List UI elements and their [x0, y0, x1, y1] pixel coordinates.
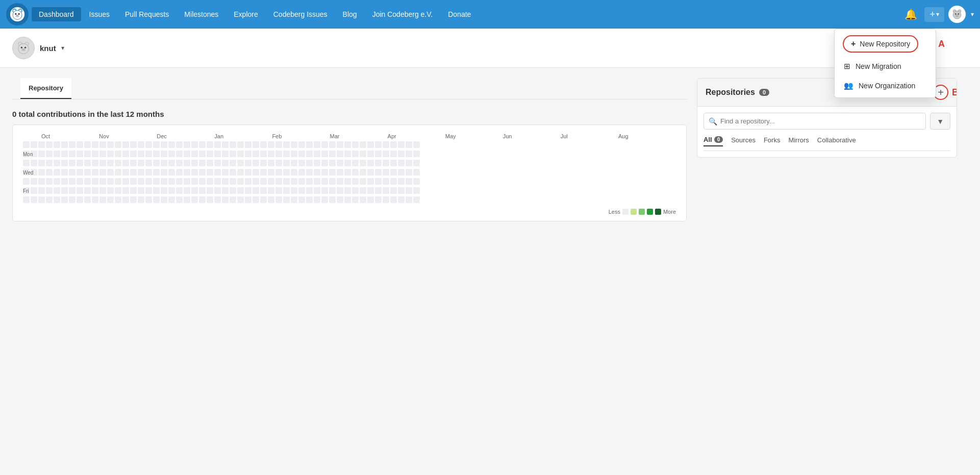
svg-point-18	[21, 46, 23, 48]
grid-cell	[153, 141, 160, 148]
grid-cell	[61, 178, 68, 185]
grid-cell	[191, 169, 198, 176]
nav-link-blog[interactable]: Blog	[336, 7, 364, 21]
new-item-dropdown: + New Repository A ⊞ New Migration 👥 New…	[834, 29, 936, 98]
grid-cell	[92, 169, 98, 176]
plus-repo-icon: +	[851, 39, 856, 48]
svg-point-6	[16, 15, 19, 17]
grid-cell	[230, 196, 236, 203]
grid-cell	[69, 141, 76, 148]
grid-cell	[306, 160, 313, 166]
svg-point-19	[24, 46, 27, 48]
grid-cell	[321, 178, 328, 185]
grid-cell	[61, 169, 68, 176]
user-avatar-nav[interactable]	[948, 6, 966, 23]
nav-link-donate[interactable]: Donate	[441, 7, 478, 21]
grid-cell	[207, 141, 213, 148]
nav-link-join[interactable]: Join Codeberg e.V.	[365, 7, 440, 21]
notifications-button[interactable]: 🔔	[901, 5, 920, 23]
grid-row-0	[23, 141, 420, 148]
user-avatar[interactable]	[12, 37, 35, 59]
grid-cell	[176, 187, 183, 194]
grid-cell	[230, 151, 236, 157]
nav-link-milestones[interactable]: Milestones	[177, 7, 225, 21]
grid-cell	[54, 187, 60, 194]
grid-cell	[84, 196, 91, 203]
grid-cell	[306, 169, 313, 176]
repo-tab-collaborative[interactable]: Collaborative	[817, 136, 856, 146]
grid-cell	[99, 169, 106, 176]
user-caret-icon[interactable]: ▾	[61, 44, 64, 52]
nav-link-explore[interactable]: Explore	[227, 7, 265, 21]
grid-cell	[153, 196, 160, 203]
nav-link-pullrequests[interactable]: Pull Requests	[118, 7, 176, 21]
grid-cell	[275, 160, 282, 166]
nav-link-dashboard[interactable]: Dashboard	[32, 7, 81, 21]
grid-cell	[92, 160, 98, 166]
navbar-links: Dashboard Issues Pull Requests Milestone…	[32, 7, 901, 21]
repo-filter-button[interactable]: ▼	[930, 113, 950, 130]
new-organization-item[interactable]: 👥 New Organization	[835, 76, 936, 95]
grid-cell	[38, 141, 45, 148]
grid-cell	[413, 187, 420, 194]
repo-tab-all[interactable]: All 0	[703, 136, 723, 146]
month-nov: Nov	[99, 133, 157, 139]
grid-cell	[383, 141, 389, 148]
right-panel: Repositories 0 + B 🔍 ▼	[697, 78, 957, 232]
grid-cell	[352, 169, 359, 176]
nav-link-issues[interactable]: Issues	[82, 7, 117, 21]
grid-cell	[161, 187, 167, 194]
site-logo[interactable]	[6, 3, 29, 26]
grid-cell	[344, 196, 351, 203]
grid-cell	[214, 151, 221, 157]
avatar-caret[interactable]: ▾	[971, 11, 974, 18]
repo-search-input[interactable]	[703, 113, 926, 130]
grid-cell	[176, 196, 183, 203]
repo-tab-forks[interactable]: Forks	[764, 136, 781, 146]
grid-cell	[84, 178, 91, 185]
grid-cell	[92, 187, 98, 194]
grid-cell	[398, 151, 405, 157]
grid-row-3	[23, 169, 420, 176]
grid-cell	[46, 169, 53, 176]
repo-tab-sources[interactable]: Sources	[731, 136, 756, 146]
nav-link-codeberg-issues[interactable]: Codeberg Issues	[266, 7, 335, 21]
grid-cell	[61, 151, 68, 157]
grid-cell	[268, 151, 274, 157]
grid-cell	[199, 178, 206, 185]
grid-cell	[84, 169, 91, 176]
grid-cell	[413, 160, 420, 166]
grid-cell	[222, 178, 229, 185]
grid-cell	[54, 178, 60, 185]
grid-cell	[99, 151, 106, 157]
grid-cell	[168, 151, 175, 157]
grid-cell	[176, 151, 183, 157]
repo-tabs: All 0 Sources Forks Mirrors Collaborativ…	[703, 136, 950, 151]
grid-cell	[115, 187, 121, 194]
grid-cell	[413, 151, 420, 157]
new-item-button[interactable]: + ▾	[924, 7, 944, 22]
new-repository-item[interactable]: + New Repository	[843, 35, 918, 53]
svg-point-22	[24, 49, 24, 50]
month-feb: Feb	[272, 133, 330, 139]
grid-cell	[77, 141, 83, 148]
grid-cell	[329, 178, 336, 185]
new-migration-item[interactable]: ⊞ New Migration	[835, 57, 936, 76]
grid-cell	[207, 178, 213, 185]
grid-cell	[145, 151, 152, 157]
tab-repository[interactable]: Repository	[20, 78, 71, 99]
grid-cell	[168, 187, 175, 194]
repo-tab-mirrors[interactable]: Mirrors	[788, 136, 809, 146]
grid-cell	[184, 178, 190, 185]
grid-cell	[298, 187, 305, 194]
search-icon: 🔍	[709, 117, 717, 126]
grid-cell	[38, 196, 45, 203]
grid-cell	[176, 141, 183, 148]
month-aug: Aug	[618, 133, 676, 139]
grid-cell	[130, 169, 137, 176]
grid-cell	[168, 178, 175, 185]
grid-cell	[360, 141, 366, 148]
grid-cell	[84, 187, 91, 194]
grid-cell	[61, 196, 68, 203]
grid-cell	[115, 141, 121, 148]
